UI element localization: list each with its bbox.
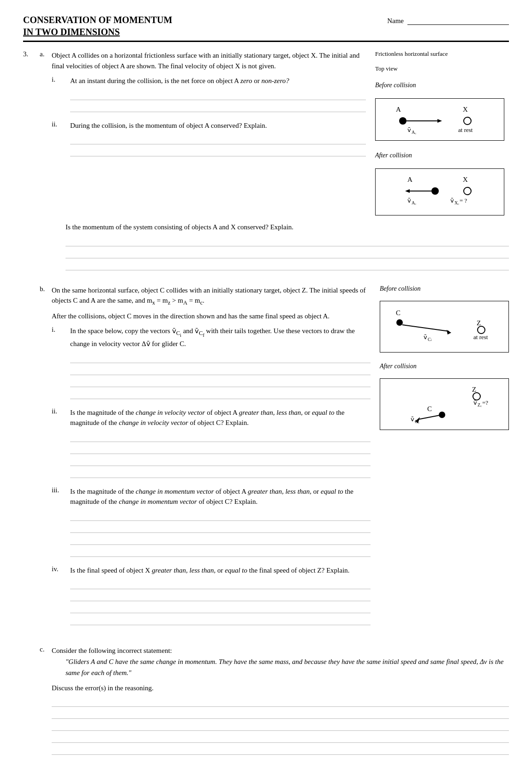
z-label-before: Z [477,319,481,327]
object-c-circle [396,319,403,326]
question-3: 3. a. Object A collides on a horizontal … [23,50,509,758]
sub-b-ii-content: Is the magnitude of the change in veloci… [70,407,371,481]
vaf-after-sub: A꜀ [412,200,416,205]
b-ii-italic2: greater than, less than, [239,409,303,416]
part-a-content: Object A collides on a horizontal fricti… [52,50,509,273]
answer-line-2 [70,102,366,112]
vaf-subscript: A꜀ [412,130,416,135]
z-label-after: Z [472,386,476,393]
title-line1: CONSERVATION OF MOMENTUM [23,15,172,25]
x-label-after: X [463,176,468,183]
quote-text: "Gliders A and C have the same change in… [66,658,503,676]
part-b-text1: On the same horizontal surface, object C… [52,285,371,307]
c-label-after: C [427,405,432,412]
name-underline [407,17,509,25]
after-label-a: After collision [375,152,412,159]
before-diagram-b: C Z v̄ Cᵢ [380,301,509,353]
sub-b-i-line4 [70,389,371,399]
system-question: Is the momentum of the system consisting… [66,222,509,233]
vxf-label: v̄ [450,197,454,204]
sub-b-iii-line4 [70,547,371,557]
discuss-text: Discuss the error(s) in the reasoning. [52,683,509,693]
after-diagram-a: A X v̄ A꜀ [375,168,504,215]
va-arrow-head [437,119,442,123]
before-label-b: Before collision [380,285,509,293]
part-b-qnum [23,285,40,634]
sub-b-iii-line2 [70,523,371,533]
vaf-label: v̄ [407,126,411,133]
vc-after-line [418,415,442,419]
vxf-sub: X꜀ [454,200,459,205]
sub-b-iv-line4 [70,615,371,625]
sub-i-or: or [252,77,261,84]
sub-b-ii-answer [70,432,371,478]
part-a-row: 3. a. Object A collides on a horizontal … [23,50,509,273]
object-z-circle [478,326,485,334]
b-iii-italic2: greater than, less than, [248,488,311,495]
part-a-text: Object A collides on a horizontal fricti… [52,50,366,71]
after-diagram-b: Z C v̄ C꜀ [380,378,509,430]
sub-b-iii-answer [70,511,371,557]
sub-ii: ii. During the collision, is the momentu… [52,120,366,160]
b-iv-italic2: equal to [225,567,247,574]
part-b-diagrams: Before collision C Z [380,285,509,634]
answer-line-4 [70,146,366,156]
part-b-text2: After the collisions, object C moves in … [52,311,371,322]
va-after-head [405,189,410,193]
sub-i-content: At an instant during the collision, is t… [70,76,366,115]
at-rest-b-label: at rest [473,334,488,341]
sub-b-iii-line1 [70,511,371,521]
vcf-sub: C꜀ [415,419,419,424]
system-answer-line-1 [66,236,509,246]
system-answer-line-2 [66,248,509,258]
sub-b-i: i. In the space below, copy the vectors … [52,326,371,402]
part-c-letter: c. [40,646,52,758]
part-c-row: c. Consider the following incorrect stat… [23,646,509,758]
b-ii-italic4: change in velocity vector [119,419,188,426]
part-c-answer [52,697,509,755]
c-line1 [52,697,509,707]
sub-b-i-line3 [70,377,371,387]
page-header: Frictionless horizontal surface CONSERVA… [23,14,509,42]
part-b-content: On the same horizontal surface, object C… [52,285,509,634]
sub-ii-content: During the collision, is the momentum of… [70,120,366,160]
topview-label: Top view [375,65,398,72]
sub-i-answer [70,90,366,112]
b-ii-italic3: equal to [312,409,335,416]
vc-arrow-head [447,330,451,335]
sub-b-iii-line3 [70,535,371,545]
b-iii-italic1: change in momentum vector [136,488,214,495]
sub-b-ii-line2 [70,444,371,454]
vc-arrow-line [402,325,449,331]
c-line4 [52,733,509,743]
sub-i-italic2: non-zero? [261,77,289,84]
object-a-circle [399,117,406,125]
sub-i: i. At an instant during the collision, i… [52,76,366,115]
a-label-after: A [407,176,412,183]
title-line2: IN TWO DIMENSIONS [23,27,120,37]
vci-label: v̄ [424,334,427,341]
part-c-text: Consider the following incorrect stateme… [52,646,509,656]
before-svg-b: C Z v̄ Cᵢ [387,306,502,347]
c-line2 [52,709,509,719]
before-label-a: Before collision [375,82,416,89]
sub-b-ii-num: ii. [52,407,70,481]
c-line5 [52,745,509,755]
part-a-diagrams: Frictionless horizontal surface Top view… [375,50,509,215]
sub-i-text: At an instant during the collision, is t… [70,77,240,84]
part-a-letter: a. [40,50,52,273]
after-svg-a: A X v̄ A꜀ [382,173,497,210]
vci-sub: Cᵢ [428,337,432,342]
vzf-eq: =? [482,399,488,406]
object-x-circle [464,117,471,125]
object-c-after-circle [439,412,445,418]
sub-b-i-answer [70,353,371,399]
part-b-letter: b. [40,285,52,634]
sub-i-italic1: zero [240,77,252,84]
sub-b-iii-num: iii. [52,486,70,560]
object-a-after-circle [431,187,439,195]
question-number: 3. [23,50,40,273]
before-svg-a: A X v̄ A꜀ [382,103,497,136]
page-title: Frictionless horizontal surface CONSERVA… [23,14,172,38]
object-x-after-circle [464,187,471,195]
